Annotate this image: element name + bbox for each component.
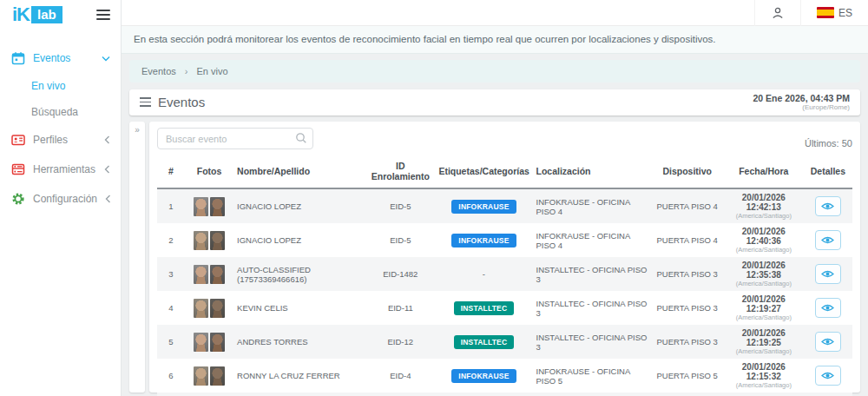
sidebar: iKlab Eventos En vivo Búsqueda Perfiles … bbox=[0, 0, 122, 396]
chevron-left-icon bbox=[104, 135, 110, 144]
row-name: AUTO-CLASSIFIED (17573369466616) bbox=[233, 257, 365, 291]
sidebar-nav: Eventos En vivo Búsqueda Perfiles Herram… bbox=[0, 30, 121, 214]
breadcrumb-en-vivo[interactable]: En vivo bbox=[196, 66, 227, 76]
panel-title: Eventos bbox=[158, 95, 205, 109]
row-datetime: 20/01/2026 12:35:38(America/Santiago) bbox=[724, 257, 804, 291]
row-tag: INSTALLTEC bbox=[435, 325, 532, 359]
language-label: ES bbox=[838, 7, 852, 19]
row-name: KEVIN CELIS bbox=[233, 291, 365, 325]
sidebar-item-label: Eventos bbox=[33, 52, 70, 64]
sidebar-item-herramientas[interactable]: Herramientas bbox=[0, 155, 121, 184]
sidebar-collapse-strip[interactable]: » bbox=[129, 122, 145, 393]
face-photo bbox=[194, 197, 208, 216]
row-photos bbox=[185, 223, 233, 257]
row-name: ANDRES TORRES bbox=[233, 325, 365, 359]
calendar-icon bbox=[11, 51, 25, 65]
eye-icon bbox=[821, 337, 834, 346]
row-device: PUERTA PISO 3 bbox=[651, 393, 724, 396]
hamburger-menu-icon[interactable] bbox=[96, 7, 110, 23]
row-number: 1 bbox=[157, 188, 185, 223]
row-details bbox=[804, 325, 852, 359]
row-name: GUSTAVO SEPULVEDA bbox=[233, 393, 365, 396]
view-details-button[interactable] bbox=[815, 332, 841, 352]
face-photo bbox=[194, 231, 208, 250]
row-enrollment-id: EID-1482 bbox=[365, 257, 435, 291]
panel-header: Eventos 20 Ene 2026, 04:43 PM (Europe/Ro… bbox=[129, 89, 860, 116]
row-device: PUERTA PISO 3 bbox=[651, 325, 724, 359]
app-logo[interactable]: iKlab bbox=[12, 6, 62, 23]
eye-icon bbox=[821, 269, 834, 279]
col-fotos: Fotos bbox=[185, 155, 233, 188]
row-tag: INSTALLTEC bbox=[435, 291, 532, 325]
row-tag: INSTALLTEC bbox=[435, 393, 532, 396]
language-selector[interactable]: ES bbox=[800, 0, 868, 26]
view-details-button[interactable] bbox=[815, 230, 841, 250]
face-photo bbox=[210, 231, 225, 250]
row-details bbox=[804, 359, 852, 393]
row-photos bbox=[185, 325, 233, 359]
tag-badge: INFOKRAUSE bbox=[451, 200, 516, 214]
row-device: PUERTA PISO 4 bbox=[651, 188, 724, 223]
col-num: # bbox=[157, 155, 185, 188]
row-enrollment-id: EID-5 bbox=[365, 223, 435, 257]
col-fecha-hora: Fecha/Hora bbox=[724, 155, 804, 188]
current-timezone: (Europe/Rome) bbox=[753, 103, 851, 111]
user-account-button[interactable] bbox=[754, 0, 800, 26]
chevron-left-icon bbox=[104, 165, 110, 174]
row-location: INFOKRAUSE - OFICINA PISO 5 bbox=[533, 359, 651, 393]
row-name: IGNACIO LOPEZ bbox=[233, 188, 365, 223]
row-number: 7 bbox=[157, 393, 185, 396]
row-tag: INFOKRAUSE bbox=[435, 188, 532, 223]
row-name: RONNY LA CRUZ FERRER bbox=[233, 359, 365, 393]
chevron-left-icon bbox=[105, 195, 111, 203]
row-enrollment-id: EID-12 bbox=[365, 325, 435, 359]
sidebar-item-busqueda[interactable]: Búsqueda bbox=[0, 99, 121, 125]
sidebar-item-configuracion[interactable]: Configuración bbox=[0, 184, 121, 214]
list-icon bbox=[140, 96, 151, 109]
row-device: PUERTA PISO 5 bbox=[651, 359, 724, 393]
col-nombre: Nombre/Apellido bbox=[233, 155, 365, 188]
row-name: IGNACIO LOPEZ bbox=[233, 223, 365, 257]
face-photo bbox=[210, 197, 225, 216]
sidebar-item-eventos[interactable]: Eventos bbox=[0, 43, 121, 73]
tag-badge: INFOKRAUSE bbox=[451, 369, 516, 383]
row-enrollment-id: EID-4 bbox=[365, 359, 435, 393]
row-datetime: 20/01/2026 12:19:27(America/Santiago) bbox=[724, 291, 804, 325]
col-detalles: Detalles bbox=[804, 155, 852, 188]
user-icon bbox=[771, 6, 785, 20]
row-number: 4 bbox=[157, 291, 185, 325]
double-chevron-right-icon: » bbox=[135, 125, 140, 135]
sidebar-item-en-vivo[interactable]: En vivo bbox=[0, 73, 121, 99]
face-photo bbox=[210, 265, 225, 284]
row-datetime: 20/01/2026 12:19:25(America/Santiago) bbox=[724, 325, 804, 359]
chevron-down-icon bbox=[102, 56, 110, 62]
events-card: Últimos: 50 # Fotos Nombre/Apellido ID E… bbox=[149, 122, 860, 393]
sidebar-item-perfiles[interactable]: Perfiles bbox=[0, 125, 121, 155]
table-row: 2 IGNACIO LOPEZ EID-5 INFOKRAUSE INFOKRA… bbox=[157, 223, 852, 257]
col-id-enrolamiento: ID Enrolamiento bbox=[365, 155, 435, 188]
row-number: 5 bbox=[157, 325, 185, 359]
view-details-button[interactable] bbox=[815, 366, 841, 386]
row-tag: - bbox=[435, 257, 532, 291]
latest-count-value: 50 bbox=[842, 138, 852, 148]
topbar: ES bbox=[122, 0, 868, 26]
col-localizacion: Localización bbox=[533, 155, 651, 188]
col-etiquetas: Etiquetas/Categorías bbox=[435, 155, 532, 188]
eye-icon bbox=[821, 371, 834, 380]
row-datetime: 20/01/2026 12:42:13(America/Santiago) bbox=[724, 188, 804, 223]
breadcrumb: Eventos › En vivo bbox=[129, 60, 860, 82]
view-details-button[interactable] bbox=[815, 196, 841, 216]
row-number: 6 bbox=[157, 359, 185, 393]
info-banner: En esta sección podrá monitorear los eve… bbox=[122, 26, 868, 54]
view-details-button[interactable] bbox=[815, 264, 841, 284]
breadcrumb-eventos[interactable]: Eventos bbox=[141, 66, 176, 76]
search-input[interactable] bbox=[157, 128, 313, 149]
gear-icon bbox=[11, 192, 25, 206]
tools-icon bbox=[11, 162, 25, 176]
row-tag: INFOKRAUSE bbox=[435, 359, 532, 393]
row-enrollment-id: EID-22 bbox=[365, 393, 435, 396]
view-details-button[interactable] bbox=[815, 298, 841, 318]
row-details bbox=[804, 223, 852, 257]
sidebar-item-label: Herramientas bbox=[33, 163, 95, 175]
sidebar-item-label: Configuración bbox=[33, 193, 97, 205]
